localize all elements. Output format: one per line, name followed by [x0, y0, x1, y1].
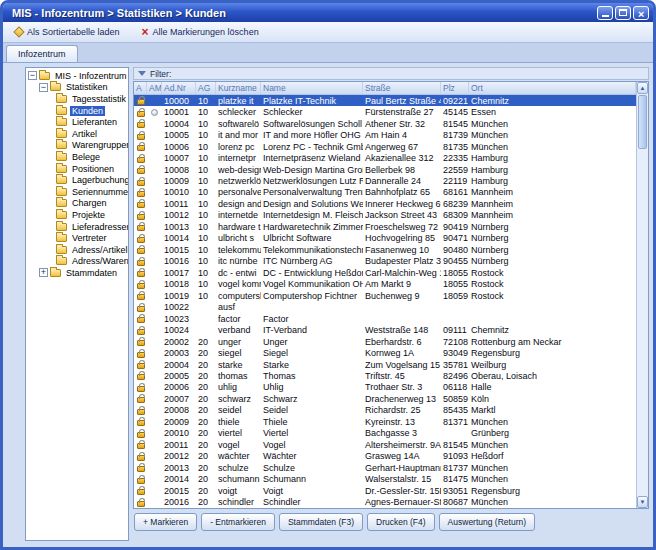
table-row[interactable]: 2000720schwarzSchwarzDrachenerweg 135085…: [134, 393, 636, 404]
table-row[interactable]: 2001420schumannSchumannWalserstalstr. 15…: [134, 473, 636, 484]
table-row[interactable]: 2000820seidelSeidelRichardstr. 2585435Ma…: [134, 405, 636, 416]
tree-item-seriennummern[interactable]: Seriennummern: [26, 186, 128, 198]
print-button[interactable]: Drucken (F4): [367, 513, 435, 531]
clear-marks-label: Alle Markierungen löschen: [153, 27, 259, 37]
column-header-lock[interactable]: A: [134, 82, 147, 94]
column-header-ag[interactable]: AG: [196, 82, 216, 94]
tree-item-warengruppen[interactable]: Warengruppen: [26, 140, 128, 152]
table-row[interactable]: 1000710internetprInternetpräsenz Wieland…: [134, 152, 636, 163]
table-row[interactable]: 1001210internetdeInternetdesign M. Fleis…: [134, 210, 636, 221]
table-row[interactable]: 2000320siegelSiegelKornweg 1A93049Regens…: [134, 347, 636, 358]
table-row[interactable]: 1001910computershComputershop FichtnerBu…: [134, 290, 636, 301]
stammdaten-button[interactable]: Stammdaten (F3): [279, 513, 363, 531]
tree-item-lagerbuchungen[interactable]: Lagerbuchungen: [26, 174, 128, 186]
tab-infozentrum[interactable]: Infozentrum: [6, 45, 78, 62]
cell: ulbricht s: [216, 233, 261, 244]
table-row[interactable]: 10023factorFactor: [134, 313, 636, 324]
table-row[interactable]: 2001120vogelVogelAltersheimerstr. 9A8154…: [134, 439, 636, 450]
tree-item-mis-infozentrum[interactable]: − MIS - Infozentrum: [26, 70, 128, 82]
expand-icon[interactable]: +: [39, 268, 48, 277]
scroll-up-button[interactable]: ▲: [637, 82, 648, 94]
tree-item-lieferadressen[interactable]: Lieferadressen: [26, 221, 128, 233]
mark-button[interactable]: + Markieren: [134, 513, 197, 531]
clear-marks-button[interactable]: Alle Markierungen löschen: [135, 24, 266, 41]
table-row[interactable]: 2000420starkeStarkeZum Vogelsang 1535781…: [134, 359, 636, 370]
table-row[interactable]: 1001110design andDesign and Solutions We…: [134, 198, 636, 209]
cell: Nürnberg: [469, 221, 636, 232]
cell-am: [147, 279, 162, 290]
tree-item-tagesstatistik[interactable]: Tagesstatistik: [26, 93, 128, 105]
scrollbar-thumb[interactable]: [638, 95, 647, 149]
tree-item-stammdaten[interactable]: + Stammdaten: [26, 267, 128, 279]
table-row[interactable]: 2000920thieleThieleKyreinstr. 1381371Mün…: [134, 416, 636, 427]
vertical-scrollbar[interactable]: ▲ ▼: [636, 82, 648, 508]
table-row[interactable]: 2000620uhligUhligTrothaer Str. 306118Hal…: [134, 382, 636, 393]
table-row[interactable]: 1001810vogel kommVogel Kommunikation OHG…: [134, 279, 636, 290]
column-header-adnr[interactable]: Ad.Nr: [162, 82, 196, 94]
tree-item-positionen[interactable]: Positionen: [26, 163, 128, 175]
tree-item-adress-warengruppen[interactable]: Adress/Warengruppen: [26, 256, 128, 268]
tree-item-chargen[interactable]: Chargen: [26, 198, 128, 210]
tree-item-projekte[interactable]: Projekte: [26, 209, 128, 221]
tree-item-label: Adress/Artikel: [70, 245, 128, 255]
table-row[interactable]: 2000220ungerUngerEberhardstr. 672108Rott…: [134, 336, 636, 347]
scroll-down-button[interactable]: ▼: [637, 496, 648, 508]
table-row[interactable]: 1001610itc nürnbeITC Nürnberg AGBudapest…: [134, 256, 636, 267]
filter-bar[interactable]: Filter:: [133, 67, 649, 80]
lock-icon: [137, 225, 145, 231]
tree-item-lieferanten[interactable]: Lieferanten: [26, 116, 128, 128]
maximize-button[interactable]: [615, 6, 631, 20]
table-row[interactable]: 1001010personalvePersonalverwaltung Tren…: [134, 187, 636, 198]
table-row[interactable]: 1000010platzke itPlatzke IT-TechnikPaul …: [134, 95, 636, 106]
lock-icon: [137, 283, 145, 289]
close-button[interactable]: [633, 6, 649, 20]
table-row[interactable]: 1000810web-designWeb-Design Martina Groß…: [134, 164, 636, 175]
table-row[interactable]: 2001320schulzeSchulzeGerhart-Hauptmann-R…: [134, 462, 636, 473]
titlebar[interactable]: MIS - Infozentrum > Statistiken > Kunden: [3, 3, 653, 22]
table-row[interactable]: 2000520thomasThomasTriftstr. 4582496Ober…: [134, 370, 636, 381]
column-header-strasse[interactable]: Straße: [363, 82, 441, 94]
cell-lock: [134, 129, 147, 140]
table-row[interactable]: 1001710dc - entwiDC - Entwicklung Heßdor…: [134, 267, 636, 278]
column-header-am[interactable]: AM: [147, 82, 162, 94]
table-row[interactable]: 2001020viertelViertelBachgasse 3Grünberg: [134, 428, 636, 439]
cell: 10011: [162, 198, 196, 209]
collapse-icon[interactable]: −: [28, 71, 37, 80]
scrollbar-track[interactable]: [637, 150, 648, 496]
table-row[interactable]: 10024verbandIT-VerbandWeststraße 1480911…: [134, 324, 636, 335]
table-row[interactable]: 1000410softwarelöSoftwarelösungen Scholl…: [134, 118, 636, 129]
table-row[interactable]: 1000610lorenz pcLorenz PC - Technik GmbH…: [134, 141, 636, 152]
cell: Computershop Fichtner: [261, 290, 363, 301]
tree-item-kunden[interactable]: Kunden: [26, 105, 128, 117]
cell: Design and Solutions Wendt: [261, 198, 363, 209]
cell-am: [147, 244, 162, 255]
table-row[interactable]: 1001510telekommunTelekommunikationstechn…: [134, 244, 636, 255]
cell: schlecker: [216, 106, 261, 117]
table-row[interactable]: 2001220wächterWächterGrasweg 14A91093Heß…: [134, 451, 636, 462]
tree-item-vertreter[interactable]: Vertreter: [26, 232, 128, 244]
table-row[interactable]: 1000910netzwerklöNetzwerklösungen Lutz R…: [134, 175, 636, 186]
cell-lock: [134, 370, 147, 381]
collapse-icon[interactable]: −: [39, 83, 48, 92]
tree-item-belege[interactable]: Belege: [26, 151, 128, 163]
table-row[interactable]: 2001620schindlerSchindlerAgnes-Bernauer-…: [134, 496, 636, 507]
load-sort-table-button[interactable]: Als Sortiertabelle laden: [8, 24, 127, 41]
cell: Vogel: [261, 439, 363, 450]
table-row[interactable]: 2001520voigtVoigtDr.-Gessler-Str. 15B930…: [134, 485, 636, 496]
table-row[interactable]: 1001310hardware tHardwaretechnik Zimmerm…: [134, 221, 636, 232]
column-header-kurzname[interactable]: Kurzname: [216, 82, 261, 94]
evaluate-button[interactable]: Auswertung (Return): [439, 513, 535, 531]
unmark-button[interactable]: - Entmarkieren: [201, 513, 275, 531]
tree-item-statistiken[interactable]: − Statistiken: [26, 82, 128, 94]
table-row[interactable]: 1001410ulbricht sUlbricht SoftwareHochvo…: [134, 233, 636, 244]
cell: Factor: [261, 313, 363, 324]
tree-item-artikel[interactable]: Artikel: [26, 128, 128, 140]
column-header-name[interactable]: Name: [261, 82, 363, 94]
column-header-plz[interactable]: Plz: [441, 82, 469, 94]
table-row[interactable]: 1000110schleckerSchleckerFürstenstraße 2…: [134, 106, 636, 117]
table-row[interactable]: 10022ausf: [134, 301, 636, 312]
column-header-ort[interactable]: Ort: [469, 82, 636, 94]
tree-item-adress-artikel[interactable]: Adress/Artikel: [26, 244, 128, 256]
minimize-button[interactable]: [597, 6, 613, 20]
table-row[interactable]: 1000510it and morIT and more Höfler OHGA…: [134, 129, 636, 140]
